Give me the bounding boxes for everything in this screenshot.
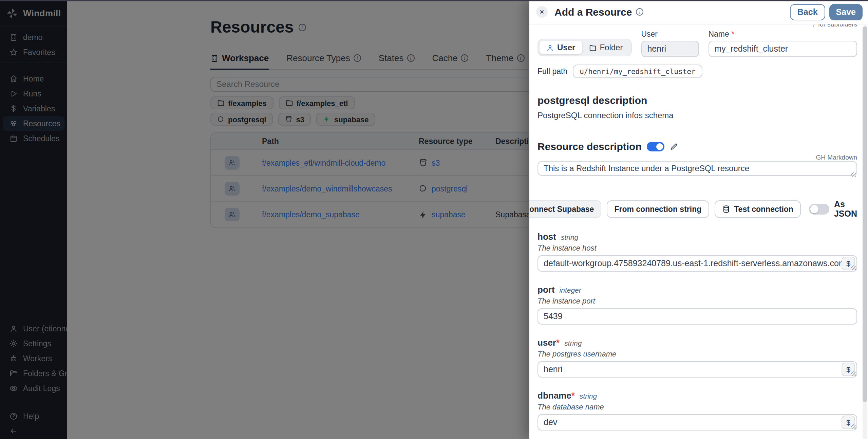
- name-field: '/' for subfolders Name *: [708, 30, 857, 57]
- resource-description-row: Resource description: [537, 141, 857, 152]
- field-name-text: user: [537, 337, 556, 348]
- as-json-label: As JSON: [834, 200, 857, 219]
- field-description: The database name: [537, 403, 857, 411]
- pencil-icon[interactable]: [670, 142, 678, 150]
- button-label: From connection string: [614, 205, 701, 213]
- user-input[interactable]: [537, 361, 857, 378]
- connect-supabase-button[interactable]: Connect Supabase: [529, 200, 601, 218]
- description-toggle[interactable]: [647, 142, 665, 151]
- field-description: The instance port: [537, 297, 857, 305]
- field-type: string: [561, 233, 578, 241]
- owner-user-label: User: [557, 43, 575, 52]
- variable-picker-button[interactable]: $: [842, 257, 855, 270]
- field-type: string: [580, 392, 597, 400]
- dbname-input[interactable]: [537, 414, 857, 431]
- field-port: port integer The instance port: [537, 285, 857, 325]
- as-json-control: As JSON: [809, 200, 857, 219]
- name-label-text: Name: [708, 30, 729, 38]
- host-input[interactable]: [537, 255, 857, 272]
- schema-description: PostgreSQL connection infos schema: [537, 111, 857, 120]
- drawer-title: Add a Resource: [554, 6, 632, 18]
- variable-picker-button[interactable]: $: [842, 363, 855, 376]
- button-label: Connect Supabase: [529, 205, 594, 213]
- folder-icon: [589, 44, 596, 51]
- field-host: host string The instance host $: [537, 232, 857, 272]
- required-asterisk: *: [571, 390, 575, 401]
- field-type: integer: [560, 286, 581, 294]
- field-description: The postgres username: [537, 350, 857, 358]
- full-path-label: Full path: [537, 67, 567, 75]
- required-asterisk: *: [556, 337, 560, 348]
- field-name-text: dbname: [537, 390, 571, 401]
- app-stage: Windmill demo Favorites: [0, 0, 868, 439]
- description-textarea[interactable]: This is a Redshift Instance under a Post…: [537, 161, 857, 176]
- as-json-toggle[interactable]: [809, 204, 829, 215]
- field-name: dbname*: [537, 390, 575, 401]
- actions-row: Connect Supabase From connection string …: [537, 200, 857, 219]
- owner-user-option[interactable]: User: [540, 41, 582, 54]
- from-connection-string-button[interactable]: From connection string: [607, 200, 709, 218]
- full-path-row: Full path u/henri/my_redshift_cluster: [537, 65, 857, 78]
- schema-title: postgresql description: [537, 94, 857, 106]
- field-name: port: [537, 285, 555, 295]
- test-connection-button[interactable]: Test connection: [714, 200, 801, 218]
- required-asterisk: *: [731, 30, 734, 38]
- field-type: string: [564, 339, 582, 347]
- person-icon: [546, 44, 554, 51]
- drawer-body: User Folder User '/' for sub: [529, 24, 868, 439]
- subfolders-hint: '/' for subfolders: [812, 24, 857, 28]
- name-input[interactable]: [708, 41, 857, 57]
- field-name: host: [537, 232, 556, 242]
- port-input[interactable]: [537, 308, 857, 325]
- info-icon[interactable]: [636, 8, 643, 16]
- save-button[interactable]: Save: [829, 4, 863, 20]
- owner-folder-option[interactable]: Folder: [582, 41, 629, 54]
- field-user: user* string The postgres username $: [537, 337, 857, 378]
- owner-input[interactable]: [641, 41, 699, 57]
- top-strip: [0, 0, 868, 1]
- close-icon[interactable]: [536, 6, 548, 18]
- owner-folder-label: Folder: [600, 43, 623, 52]
- back-button[interactable]: Back: [790, 4, 825, 20]
- drawer-header: Add a Resource Back Save: [529, 0, 868, 24]
- gh-markdown-label: GH Markdown: [537, 153, 857, 161]
- path-builder-row: User Folder User '/' for sub: [537, 30, 857, 57]
- button-label: Test connection: [734, 205, 793, 213]
- field-dbname: dbname* string The database name $: [537, 390, 857, 431]
- database-icon: [722, 205, 730, 213]
- variable-picker-button[interactable]: $: [842, 416, 855, 429]
- field-name: user*: [537, 337, 560, 348]
- field-description: The instance host: [537, 244, 857, 252]
- add-resource-drawer: Add a Resource Back Save User: [529, 0, 868, 439]
- name-field-label: Name *: [708, 30, 857, 38]
- full-path-value: u/henri/my_redshift_cluster: [573, 65, 702, 78]
- drawer-scrollbar-thumb[interactable]: [863, 26, 867, 402]
- resource-description-title: Resource description: [537, 141, 642, 152]
- user-field-label: User: [641, 30, 699, 38]
- owner-field: User: [641, 30, 699, 57]
- owner-kind-toggle: User Folder: [537, 39, 631, 56]
